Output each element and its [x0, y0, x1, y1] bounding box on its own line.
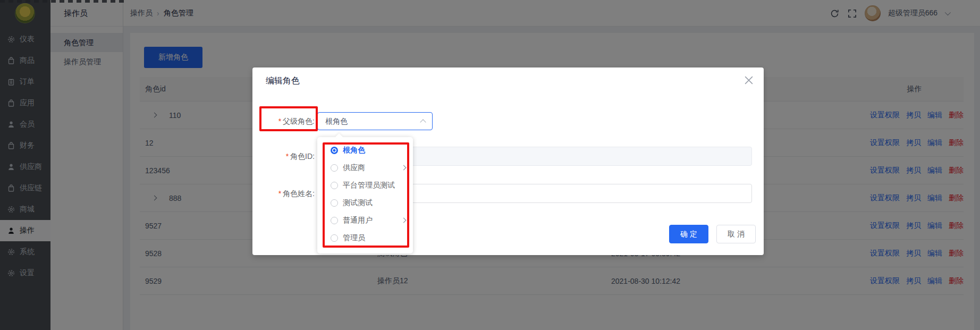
dropdown-option-platform-admin-test[interactable]: 平台管理员测试: [317, 176, 413, 194]
radio-icon: [331, 182, 338, 189]
radio-icon: [331, 199, 338, 207]
field-label-role-name: *角色姓名:: [252, 184, 315, 203]
field-label-role-id: *角色ID:: [252, 147, 315, 166]
dropdown-option-supplier[interactable]: 供应商: [317, 159, 413, 176]
modal-title: 编辑角色: [266, 75, 300, 87]
dropdown-option-test-test[interactable]: 测试测试: [317, 194, 413, 211]
radio-icon: [331, 217, 338, 224]
radio-selected-icon: [331, 147, 338, 154]
dropdown-option-admin[interactable]: 管理员: [317, 229, 413, 247]
required-asterisk: *: [278, 117, 281, 125]
chevron-right-icon: [401, 165, 407, 171]
dropdown-option-normal-user[interactable]: 普通用户: [317, 211, 413, 229]
chevron-right-icon: [401, 218, 407, 223]
field-label-parent-role: *父级角色:: [252, 112, 315, 131]
required-asterisk: *: [286, 152, 289, 160]
radio-icon: [331, 164, 338, 172]
parent-role-select[interactable]: 根角色: [317, 112, 433, 130]
app-root: 仪表 商品 订单 应用 会员 财务 供应商 供应链 商城 操作: [0, 0, 980, 330]
dropdown-option-root-role[interactable]: 根角色: [317, 141, 413, 159]
parent-role-dropdown: 根角色 供应商 平台管理员测试 测试测试 普通用户 管理员: [317, 137, 413, 253]
confirm-button[interactable]: 确 定: [669, 225, 708, 243]
chevron-up-icon: [420, 119, 426, 125]
radio-icon: [331, 234, 338, 242]
parent-role-select-value: 根角色: [325, 113, 348, 130]
cancel-button[interactable]: 取 消: [716, 225, 756, 243]
required-asterisk: *: [278, 189, 281, 198]
close-icon[interactable]: [745, 76, 753, 84]
